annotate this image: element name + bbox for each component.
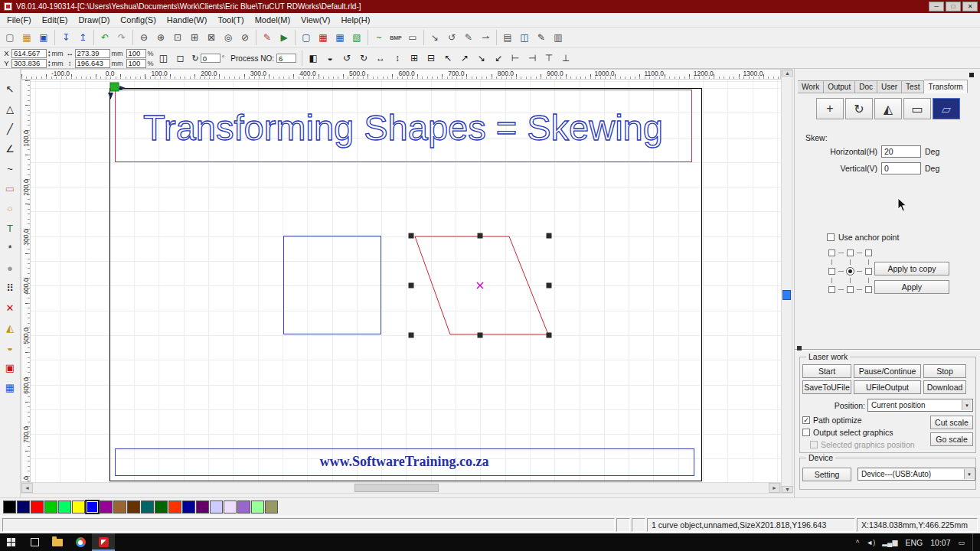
- zoom-window-icon[interactable]: ⊡: [169, 29, 186, 46]
- horizontal-scrollbar[interactable]: ◄ ►: [21, 482, 781, 494]
- maximize-button[interactable]: □: [946, 2, 961, 11]
- menu-item[interactable]: Handle(W): [162, 14, 213, 26]
- node-edit-icon[interactable]: ✎: [460, 29, 477, 46]
- canvas[interactable]: Transforming Shapes = Skewing www.Softwa…: [31, 80, 781, 482]
- apply-to-copy-button[interactable]: Apply to copy: [874, 262, 949, 276]
- dot-grid-tool[interactable]: ⠿: [2, 280, 18, 296]
- tab-output[interactable]: Output: [824, 80, 855, 93]
- vertical-scrollbar[interactable]: ▲ ▼: [781, 69, 792, 494]
- minimize-button[interactable]: ─: [929, 2, 944, 11]
- mirror-v-tool[interactable]: ◒: [2, 340, 18, 356]
- rotate-mode-icon[interactable]: ↻: [845, 98, 873, 119]
- simulate-icon[interactable]: ▶: [276, 29, 292, 46]
- path-direction-icon[interactable]: ↺: [443, 29, 460, 46]
- rdworks-taskbar-button[interactable]: [92, 533, 115, 551]
- pen-tool[interactable]: ●: [2, 260, 18, 276]
- panel-splitter[interactable]: [795, 349, 980, 351]
- bmp-convert-icon[interactable]: BMP: [387, 29, 404, 46]
- menu-item[interactable]: Tool(T): [212, 14, 249, 26]
- mirror-mode-icon[interactable]: ◭: [874, 98, 902, 119]
- color-dark-navy[interactable]: [17, 500, 30, 514]
- manual-cut-icon[interactable]: ✎: [533, 29, 550, 46]
- size-link-icon[interactable]: ◻: [172, 50, 189, 67]
- open-file-icon[interactable]: ▦: [18, 29, 35, 46]
- menu-item[interactable]: Draw(D): [73, 14, 115, 26]
- new-file-icon[interactable]: ▢: [2, 29, 18, 46]
- file-explorer-button[interactable]: [46, 533, 69, 551]
- color-dark-brown[interactable]: [127, 500, 140, 514]
- zoom-in-icon[interactable]: ⊕: [152, 29, 169, 46]
- menu-item[interactable]: Config(S): [115, 14, 161, 26]
- import-icon[interactable]: ↧: [57, 29, 74, 46]
- cut-in-out-icon[interactable]: ↘: [426, 29, 443, 46]
- to-bottom-right-icon[interactable]: ↘: [473, 50, 490, 67]
- track-display-icon[interactable]: ▢: [298, 29, 315, 46]
- lock-ratio-icon[interactable]: ◫: [155, 50, 172, 67]
- zoom-out-icon[interactable]: ⊖: [136, 29, 152, 46]
- selected-graphics-position-checkbox[interactable]: Selected graphics position: [810, 440, 915, 449]
- skewed-parallelogram[interactable]: [415, 236, 548, 334]
- color-green[interactable]: [44, 500, 57, 514]
- anchor-bottom-left[interactable]: [828, 286, 835, 293]
- position-dropdown[interactable]: Current position ▼: [867, 399, 973, 412]
- height-input[interactable]: 196.643: [75, 59, 110, 68]
- task-view-button[interactable]: [23, 533, 46, 551]
- save-to-ufile-button[interactable]: SaveToUFile: [802, 380, 851, 394]
- virtual-array-icon[interactable]: ▦: [332, 29, 348, 46]
- menu-item[interactable]: Edit(E): [37, 14, 74, 26]
- rotate-right-icon[interactable]: ↻: [355, 50, 372, 67]
- node-edit-tool[interactable]: △: [2, 101, 18, 117]
- color-lavender[interactable]: [210, 500, 223, 514]
- color-dark-purple[interactable]: [196, 500, 209, 514]
- scale-y-input[interactable]: 100: [126, 59, 146, 68]
- color-brown[interactable]: [113, 500, 126, 514]
- x-position-input[interactable]: 614.567: [11, 49, 47, 58]
- group-icon[interactable]: ⊞: [406, 50, 423, 67]
- anchor-center-radio[interactable]: [846, 267, 854, 276]
- color-olive[interactable]: [265, 500, 278, 514]
- anchor-bottom-right[interactable]: [865, 286, 872, 293]
- chrome-button[interactable]: [69, 533, 92, 551]
- star-tool[interactable]: *: [2, 240, 18, 256]
- text-tool[interactable]: T: [2, 220, 18, 236]
- scroll-up-icon[interactable]: ▲: [782, 70, 793, 77]
- dock-top-icon[interactable]: ⊤: [541, 50, 557, 67]
- select-tool[interactable]: ↖: [2, 81, 18, 97]
- selection-handle[interactable]: [547, 283, 552, 289]
- move-mode-icon[interactable]: +: [816, 98, 844, 119]
- save-file-icon[interactable]: ▣: [35, 29, 52, 46]
- array-tool[interactable]: ▦: [2, 380, 18, 396]
- tray-chevron-icon[interactable]: ^: [856, 539, 859, 546]
- menu-item[interactable]: File(F): [2, 14, 37, 26]
- color-medium-purple[interactable]: [237, 500, 250, 514]
- selection-handle[interactable]: [547, 233, 552, 239]
- start-button[interactable]: Start: [802, 364, 851, 378]
- process-number-input[interactable]: 6: [276, 54, 296, 63]
- selection-handle[interactable]: [478, 333, 483, 338]
- y-position-input[interactable]: 303.836: [11, 59, 47, 68]
- volume-icon[interactable]: ◄): [866, 539, 875, 546]
- redo-icon[interactable]: ↷: [113, 29, 130, 46]
- mirror-v-icon[interactable]: ◒: [322, 50, 338, 67]
- menu-item[interactable]: Model(M): [250, 14, 296, 26]
- use-anchor-point-checkbox[interactable]: [827, 233, 835, 241]
- fill-rect-icon[interactable]: ▭: [404, 29, 421, 46]
- show-desktop-button[interactable]: [972, 533, 975, 551]
- rotate-input[interactable]: 0: [201, 54, 220, 63]
- network-icon[interactable]: ▂▄▆: [882, 539, 897, 546]
- zoom-previous-icon[interactable]: ⊘: [237, 29, 253, 46]
- undo-icon[interactable]: ↶: [96, 29, 113, 46]
- canvas-footer-text[interactable]: www.SoftwareTraining.co.za: [115, 448, 694, 475]
- skew-mode-icon[interactable]: ▱: [933, 98, 960, 119]
- export-icon[interactable]: ↥: [74, 29, 91, 46]
- rotate-left-icon[interactable]: ↺: [338, 50, 355, 67]
- clock[interactable]: 10:07: [930, 538, 950, 547]
- canvas-title-text[interactable]: Transforming Shapes = Skewing: [115, 95, 691, 159]
- tab-doc[interactable]: Doc: [855, 80, 877, 93]
- stop-button[interactable]: Stop: [923, 364, 966, 378]
- path-optimize-checkbox[interactable]: Path optimize: [802, 416, 915, 425]
- go-scale-button[interactable]: Go scale: [930, 432, 973, 446]
- color-purple[interactable]: [100, 500, 113, 514]
- color-teal[interactable]: [141, 500, 154, 514]
- dock-bottom-icon[interactable]: ⊥: [557, 50, 574, 67]
